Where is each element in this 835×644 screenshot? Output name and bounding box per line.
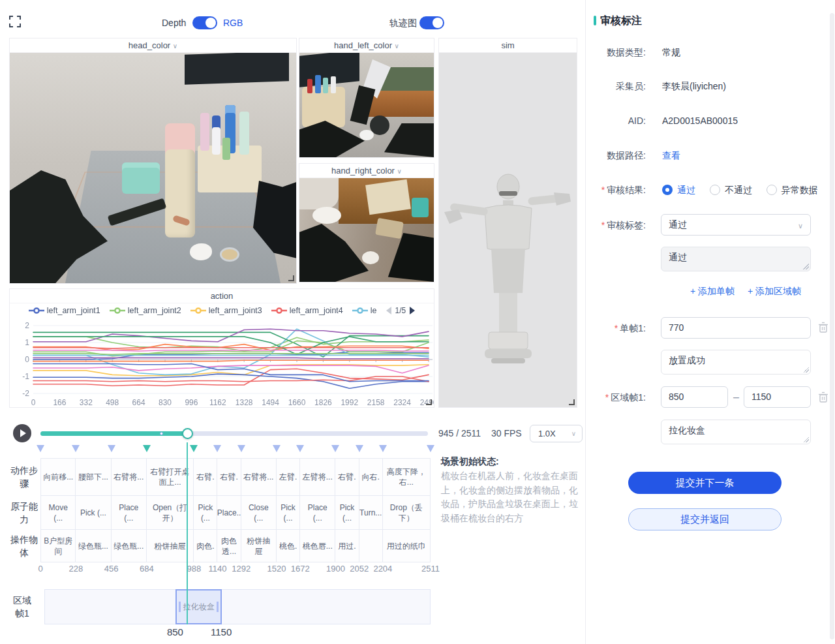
hand-left-camera-title[interactable]: hand_left_color ∨ [299,38,434,53]
radio-pass[interactable]: 通过 [662,185,695,195]
radio-icon[interactable] [767,185,777,195]
table-cell[interactable]: 用过. [335,530,359,562]
legend-item[interactable]: left_arm_joint3 [190,306,262,315]
data-path-link[interactable]: 查看 [662,150,680,162]
table-cell[interactable]: Drop（丢下） [383,496,431,530]
radio-abnormal[interactable]: 异常数据 [767,185,818,195]
region-segment[interactable]: 拉化妆盒 [175,589,222,624]
legend-item[interactable]: left_arm_joint2 [110,306,181,315]
keyframe-marker-icon[interactable] [427,445,434,452]
action-line-chart[interactable]: 210-1-2016633249866483099611621328149416… [10,319,434,409]
keyframe-marker-icon[interactable] [331,445,339,452]
keyframe-marker-icon[interactable] [273,445,281,452]
review-tag-note[interactable]: 通过 [661,247,811,271]
toggle-knob [205,18,216,28]
table-cell[interactable] [359,530,383,562]
legend-item[interactable]: left_arm_joint4 [271,306,343,315]
table-cell[interactable]: Place (... [112,496,147,530]
table-cell[interactable]: 腰部下... [76,458,111,496]
keyframe-marker-icon[interactable] [72,445,80,452]
submit-next-button[interactable]: 提交并下一条 [628,472,782,494]
keyframe-marker-icon[interactable] [296,445,304,452]
table-cell[interactable]: 左臂. [277,458,300,496]
playhead-line[interactable] [187,442,188,624]
resize-corner-icon[interactable] [569,399,575,405]
table-cell[interactable]: B户型房间 [40,530,76,562]
table-cell[interactable]: 桃色唇... [300,530,335,562]
table-cell[interactable]: 左臂将... [300,458,335,496]
table-cell[interactable]: 向前移... [40,458,76,496]
table-cell[interactable]: 粉饼抽屉 [241,530,277,562]
single-frame-dot[interactable] [160,432,163,435]
region-start-input[interactable]: 850 [661,386,728,408]
legend-item[interactable]: le [352,306,377,315]
drag-handle-right[interactable] [217,602,219,612]
keyframe-marker-icon[interactable] [37,445,44,452]
hand-right-camera-title[interactable]: hand_right_color ∨ [299,164,434,178]
play-button[interactable] [13,424,31,442]
head-camera-title[interactable]: head_color ∨ [10,38,296,53]
keyframe-marker-icon[interactable] [213,445,221,452]
table-cell[interactable]: Place.. [217,496,241,530]
drag-handle-left[interactable] [179,602,181,612]
panel-scrollbar[interactable] [830,13,834,639]
single-frame-input[interactable]: 770 [661,317,811,339]
region-end-input[interactable]: 1150 [744,386,811,408]
table-cell[interactable]: 用过的纸巾 [383,530,431,562]
resize-handle-icon[interactable] [803,367,809,373]
keyframe-marker-icon[interactable] [190,445,198,452]
table-cell[interactable]: 绿色瓶... [112,530,147,562]
radio-icon[interactable] [710,185,720,195]
table-cell[interactable]: Pick (... [194,496,217,530]
keyframe-marker-icon[interactable] [143,445,151,452]
table-cell[interactable]: 右臂将... [112,458,147,496]
radio-fail[interactable]: 不通过 [710,185,752,195]
table-cell[interactable]: Pick (... [76,496,111,530]
table-cell[interactable]: Pick (... [335,496,359,530]
table-cell[interactable]: Move (... [40,496,76,530]
region-frame-note[interactable]: 拉化妆盒 [661,420,811,444]
table-cell[interactable]: Turn... [359,496,383,530]
sim-viewport[interactable] [439,53,577,407]
depth-label: Depth [162,18,186,28]
table-cell[interactable]: Place (... [300,496,335,530]
table-cell[interactable]: 高度下降，右... [383,458,431,496]
speed-select[interactable]: 1.0X∨ [530,425,583,442]
region-track-bar[interactable]: 拉化妆盒 [44,589,431,624]
radio-selected-icon[interactable] [662,185,673,195]
resize-corner-icon[interactable] [288,275,294,281]
legend-item[interactable]: left_arm_joint1 [29,306,100,315]
add-region-frame-link[interactable]: + 添加区域帧 [748,286,801,298]
delete-region-frame-icon[interactable] [818,391,828,403]
resize-handle-icon[interactable] [803,264,809,269]
table-cell[interactable]: 右臂. [335,458,359,496]
trajectory-toggle[interactable] [419,16,444,29]
table-cell[interactable]: 肉色. [194,530,217,562]
add-single-frame-link[interactable]: + 添加单帧 [690,286,735,298]
table-cell[interactable]: Close (... [241,496,277,530]
keyframe-marker-icon[interactable] [108,445,115,452]
fullscreen-icon[interactable] [9,16,21,27]
table-cell[interactable]: 桃色. [277,530,300,562]
single-frame-note[interactable]: 放置成功 [661,350,811,375]
table-cell[interactable]: 向右. [359,458,383,496]
keyframe-marker-icon[interactable] [237,445,245,452]
table-cell[interactable]: 右臂将... [241,458,277,496]
delete-single-frame-icon[interactable] [818,322,828,333]
resize-corner-icon[interactable] [426,399,432,405]
submit-return-button[interactable]: 提交并返回 [628,508,782,530]
keyframe-marker-icon[interactable] [379,445,387,452]
depth-rgb-toggle[interactable] [192,16,217,29]
table-cell[interactable]: 肉色透... [217,530,241,562]
playback-slider[interactable] [40,431,428,436]
keyframe-marker-icon[interactable] [356,445,363,452]
table-cell[interactable]: 右臂. [217,458,241,496]
table-cell[interactable]: 右臂. [194,458,217,496]
table-cell[interactable]: 绿色瓶... [76,530,111,562]
legend-prev-icon[interactable] [386,307,391,314]
resize-handle-icon[interactable] [803,437,809,442]
legend-next-icon[interactable] [410,307,415,314]
table-cell[interactable]: Pick (... [277,496,300,530]
slider-knob[interactable] [182,428,193,439]
review-tag-select[interactable]: 通过∨ [661,214,811,236]
